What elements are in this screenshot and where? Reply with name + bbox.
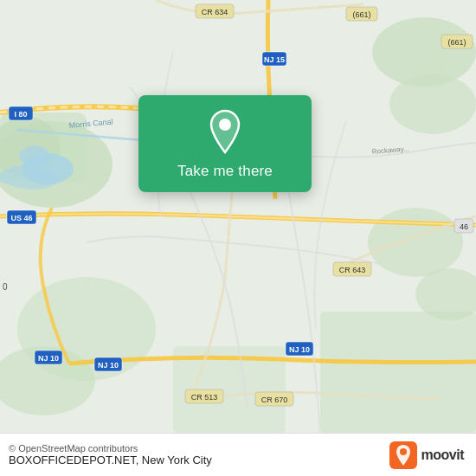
svg-text:0: 0	[3, 282, 8, 292]
svg-point-43	[219, 119, 231, 131]
map-container: CR 634 (661) (661) I 80 NJ 15 US 46 46 C…	[0, 0, 476, 433]
svg-text:NJ 10: NJ 10	[289, 345, 310, 354]
location-label: BOXOFFICEDEPOT.NET, New York City	[9, 453, 212, 466]
svg-point-5	[389, 74, 476, 134]
svg-point-13	[19, 145, 50, 166]
svg-text:NJ 10: NJ 10	[98, 361, 119, 370]
svg-text:(661): (661)	[447, 38, 466, 47]
copyright-text: © OpenStreetMap contributors	[9, 443, 212, 453]
svg-point-45	[400, 448, 407, 455]
svg-text:46: 46	[460, 222, 468, 231]
moovit-label: moovit	[421, 447, 464, 463]
pin-icon-wrap	[203, 109, 248, 154]
location-pin-icon	[206, 109, 244, 154]
bottom-text: © OpenStreetMap contributors BOXOFFICEDE…	[9, 443, 212, 466]
svg-text:CR 513: CR 513	[191, 393, 218, 402]
location-card: Take me there	[138, 95, 312, 192]
svg-text:(661): (661)	[352, 10, 370, 19]
moovit-icon	[389, 441, 417, 469]
svg-text:CR 634: CR 634	[202, 8, 228, 16]
bottom-left: © OpenStreetMap contributors BOXOFFICEDE…	[9, 443, 212, 466]
svg-text:I 80: I 80	[14, 110, 27, 119]
svg-point-6	[368, 208, 463, 277]
bottom-bar: © OpenStreetMap contributors BOXOFFICEDE…	[0, 433, 476, 476]
svg-text:NJ 15: NJ 15	[264, 55, 285, 64]
svg-text:US 46: US 46	[10, 214, 32, 222]
svg-text:NJ 10: NJ 10	[38, 354, 59, 363]
svg-text:CR 643: CR 643	[339, 266, 366, 274]
svg-rect-8	[320, 312, 476, 433]
moovit-logo[interactable]: moovit	[389, 441, 464, 469]
svg-text:CR 670: CR 670	[261, 396, 288, 404]
take-me-there-button[interactable]: Take me there	[177, 163, 273, 180]
